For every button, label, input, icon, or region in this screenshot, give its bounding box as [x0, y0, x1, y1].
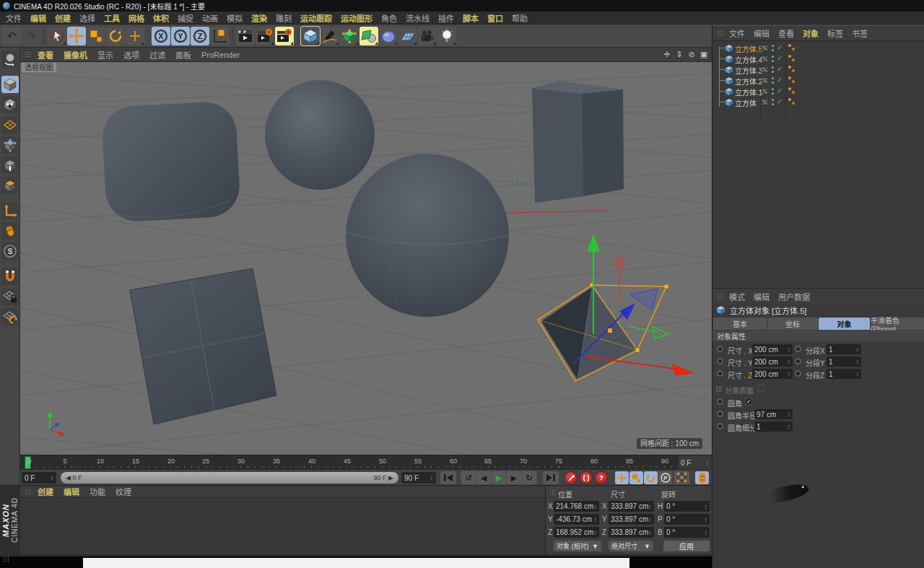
- panel-grip-icon[interactable]: [717, 294, 723, 300]
- object-row[interactable]: 立方体.1 ✓: [712, 86, 924, 97]
- viewport-canvas[interactable]: [20, 62, 712, 455]
- rot-b-field[interactable]: 0 °↕: [664, 527, 710, 538]
- spinner-icon[interactable]: ↕: [649, 516, 653, 523]
- mat-menu-texture[interactable]: 纹理: [110, 486, 136, 497]
- menu-motion-tracker[interactable]: 运动跟踪: [296, 12, 336, 24]
- add-subdivision-surface-button[interactable]: [340, 27, 359, 45]
- vp-menu-filter[interactable]: 过滤: [144, 49, 170, 61]
- start-frame-field[interactable]: 0 F↕: [22, 472, 56, 484]
- anim-dot-icon[interactable]: [795, 370, 801, 377]
- tab-basic[interactable]: 基本: [713, 318, 767, 330]
- tab-coordinates[interactable]: 坐标: [767, 318, 818, 330]
- layer-toggle[interactable]: [762, 77, 768, 84]
- layer-toggle[interactable]: [762, 45, 768, 51]
- spinner-icon[interactable]: ↕: [856, 358, 860, 365]
- material-list-area[interactable]: [20, 499, 545, 554]
- menu-volume[interactable]: 体积: [149, 12, 173, 24]
- move-tool-button[interactable]: [67, 27, 86, 45]
- spinner-icon[interactable]: ↕: [649, 529, 653, 536]
- add-primitive-button[interactable]: [301, 27, 320, 45]
- vp-menu-options[interactable]: 选项: [118, 49, 144, 61]
- lock-x-axis-button[interactable]: X: [152, 27, 170, 45]
- keyframe-bar-button[interactable]: [695, 471, 709, 484]
- magnet-snap-button[interactable]: [1, 268, 19, 285]
- anim-dot-icon[interactable]: [717, 411, 723, 417]
- segments-x-field[interactable]: 1↕: [827, 344, 861, 354]
- size-mode-dropdown[interactable]: 绝对尺寸▼: [609, 541, 653, 551]
- layer-toggle[interactable]: [762, 88, 768, 95]
- previous-frame-button[interactable]: ◀: [476, 471, 491, 484]
- tweak-mode-button[interactable]: [1, 222, 19, 240]
- play-button[interactable]: ▶: [492, 471, 506, 484]
- perspective-viewport[interactable]: 透视视图 网格间距 : 100 cm: [20, 62, 712, 455]
- fillet-radius-field[interactable]: 97 cm↕: [754, 409, 793, 419]
- vp-menu-panel[interactable]: 面板: [170, 49, 196, 61]
- mat-menu-function[interactable]: 功能: [84, 486, 110, 497]
- spinner-icon[interactable]: ↕: [788, 358, 791, 365]
- phong-tag-icon[interactable]: [788, 98, 791, 101]
- menu-help[interactable]: 帮助: [507, 12, 532, 24]
- menu-plugins[interactable]: 插件: [434, 12, 458, 24]
- keyframe-selection-button[interactable]: ?: [595, 471, 608, 484]
- pos-x-field[interactable]: 214.768 cm↕: [554, 501, 599, 512]
- viewport-pan-icon[interactable]: ✛: [662, 50, 672, 60]
- size-x-field[interactable]: 333.897 cm↕: [609, 501, 654, 512]
- polygons-mode-button[interactable]: [1, 177, 19, 194]
- end-frame-field[interactable]: 90 F↕: [401, 472, 436, 484]
- spinner-icon[interactable]: ↕: [788, 423, 791, 430]
- panel-grip-icon[interactable]: [717, 30, 723, 37]
- points-mode-button[interactable]: [1, 136, 19, 154]
- next-key-button[interactable]: ↻: [522, 471, 536, 484]
- panel-grip-icon[interactable]: [25, 51, 31, 58]
- enabled-check-icon[interactable]: ✓: [777, 97, 783, 105]
- spinner-icon[interactable]: ↕: [856, 346, 860, 353]
- tab-phong[interactable]: 平滑着色(Phong): [871, 318, 924, 330]
- vp-menu-display[interactable]: 显示: [92, 49, 118, 61]
- object-row[interactable]: 立方体.3 ✓: [712, 64, 924, 75]
- make-editable-button[interactable]: [1, 51, 19, 68]
- object-row[interactable]: 立方体 ✓: [712, 97, 924, 108]
- spinner-icon[interactable]: ↕: [705, 516, 708, 523]
- cube-bottom-object[interactable]: [130, 268, 276, 424]
- anim-dot-icon[interactable]: [717, 358, 723, 364]
- spinner-icon[interactable]: ↕: [788, 346, 791, 353]
- menu-mesh[interactable]: 网格: [124, 12, 149, 24]
- spinner-icon[interactable]: ↕: [856, 370, 860, 377]
- current-frame-field[interactable]: 0 F↕: [677, 455, 712, 470]
- render-settings-button[interactable]: [275, 27, 294, 45]
- add-volume-button[interactable]: [379, 27, 398, 45]
- size-z-field[interactable]: 200 cm↕: [752, 369, 793, 379]
- workplane-mode-button[interactable]: [1, 116, 19, 134]
- key-parameter-button[interactable]: P: [658, 471, 672, 484]
- menu-snap[interactable]: 捕捉: [173, 12, 198, 24]
- om-menu-view[interactable]: 查看: [774, 27, 798, 39]
- keyframe-selection-dots-button[interactable]: [674, 471, 689, 484]
- visibility-dots[interactable]: [772, 66, 774, 69]
- object-row[interactable]: 立方体.5 ✓: [712, 43, 924, 53]
- om-menu-file[interactable]: 文件: [725, 27, 749, 39]
- menu-create[interactable]: 创建: [51, 12, 75, 24]
- vp-menu-view[interactable]: 查看: [32, 49, 58, 61]
- menu-mograph[interactable]: 运动图形: [336, 12, 377, 24]
- previous-key-button[interactable]: ↺: [461, 471, 476, 484]
- enabled-check-icon[interactable]: ✓: [777, 87, 783, 95]
- workplane-rotate-button[interactable]: [1, 308, 19, 325]
- phong-tag-icon[interactable]: [788, 87, 791, 90]
- snap-mode-button[interactable]: S: [1, 243, 19, 260]
- goto-end-button[interactable]: [543, 471, 559, 484]
- axis-mode-button[interactable]: [1, 202, 19, 219]
- visibility-dots[interactable]: [772, 99, 774, 101]
- visibility-dots[interactable]: [772, 56, 774, 58]
- anim-dot-icon[interactable]: [795, 358, 801, 364]
- menu-character[interactable]: 角色: [377, 12, 401, 24]
- autokey-button[interactable]: ( ): [580, 471, 593, 484]
- menu-simulate[interactable]: 模拟: [222, 12, 247, 24]
- enabled-check-icon[interactable]: ✓: [777, 43, 783, 51]
- coordinate-mode-dropdown[interactable]: 对象 (相对)▼: [554, 541, 601, 551]
- spinner-icon[interactable]: ↕: [430, 474, 434, 481]
- size-x-field[interactable]: 200 cm↕: [752, 344, 793, 354]
- segments-z-field[interactable]: 1↕: [827, 369, 861, 379]
- pos-z-field[interactable]: 168.952 cm↕: [554, 527, 599, 538]
- viewport-zoom-icon[interactable]: ⇕: [674, 50, 684, 60]
- rounded-cube-object[interactable]: [101, 100, 241, 223]
